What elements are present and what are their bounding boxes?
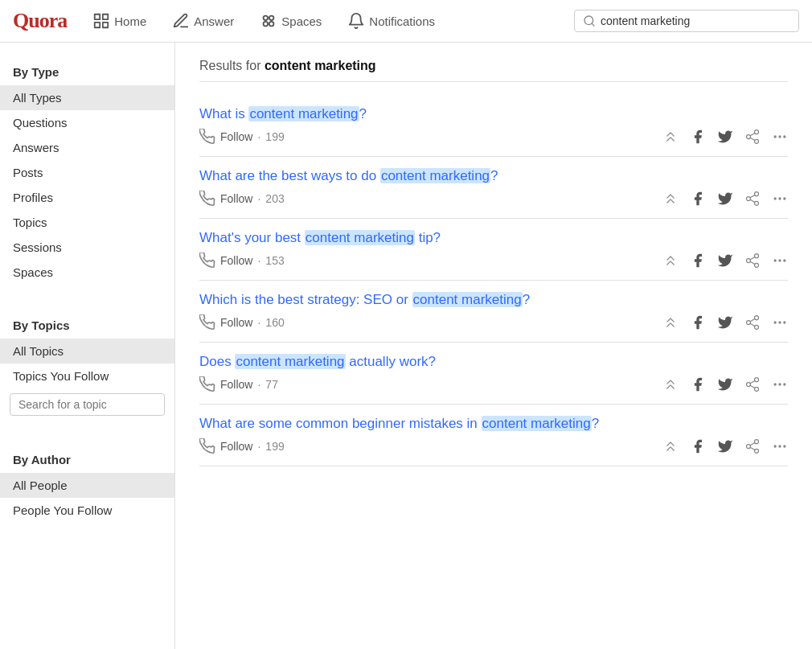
result-title-6[interactable]: What are some common beginner mistakes i… bbox=[199, 416, 599, 432]
more-btn-5[interactable] bbox=[772, 376, 788, 392]
facebook-btn-6[interactable] bbox=[690, 438, 706, 454]
share-btn-5[interactable] bbox=[744, 376, 761, 392]
sidebar-item-all-topics[interactable]: All Topics bbox=[0, 339, 174, 364]
result-item: What's your best content marketing tip? … bbox=[199, 219, 788, 281]
follow-label-6[interactable]: Follow bbox=[220, 440, 252, 453]
downvote-btn-2[interactable] bbox=[662, 191, 679, 207]
follow-dot-4: · bbox=[257, 316, 260, 329]
svg-rect-2 bbox=[103, 23, 108, 27]
sidebar: By Type All Types Questions Answers Post… bbox=[0, 43, 175, 649]
follow-label-4[interactable]: Follow bbox=[220, 316, 252, 329]
nav-home-label: Home bbox=[114, 14, 146, 28]
svg-point-24 bbox=[778, 197, 781, 199]
result-actions-2: Follow · 203 bbox=[199, 191, 788, 207]
bell-icon bbox=[347, 12, 365, 30]
follow-dot-3: · bbox=[257, 254, 260, 267]
downvote-btn-6[interactable] bbox=[662, 438, 679, 454]
twitter-btn-4[interactable] bbox=[717, 314, 733, 331]
share-btn-6[interactable] bbox=[744, 438, 761, 454]
result-title-3[interactable]: What's your best content marketing tip? bbox=[199, 230, 441, 246]
more-btn-2[interactable] bbox=[772, 191, 788, 207]
results-query: content marketing bbox=[265, 59, 376, 72]
svg-line-46 bbox=[750, 380, 755, 383]
more-btn-4[interactable] bbox=[772, 314, 788, 331]
result-title-2[interactable]: What are the best ways to do content mar… bbox=[199, 168, 498, 184]
search-bar[interactable] bbox=[574, 10, 799, 32]
svg-point-36 bbox=[755, 325, 759, 329]
svg-line-53 bbox=[750, 447, 755, 450]
more-btn-1[interactable] bbox=[772, 129, 788, 145]
share-btn-2[interactable] bbox=[744, 191, 761, 207]
sidebar-item-all-people[interactable]: All People bbox=[0, 473, 174, 498]
nav-home[interactable]: Home bbox=[83, 7, 156, 35]
twitter-btn-5[interactable] bbox=[717, 376, 733, 392]
more-btn-6[interactable] bbox=[772, 438, 788, 454]
sidebar-item-sessions[interactable]: Sessions bbox=[0, 235, 174, 260]
result-title-5[interactable]: Does content marketing actually work? bbox=[199, 354, 436, 370]
follow-count-5: 77 bbox=[265, 378, 278, 391]
svg-point-50 bbox=[755, 440, 759, 444]
follow-dot-1: · bbox=[257, 130, 260, 143]
sidebar-item-people-you-follow[interactable]: People You Follow bbox=[0, 498, 174, 523]
svg-point-12 bbox=[755, 139, 759, 143]
result-actions-4: Follow · 160 bbox=[199, 314, 788, 331]
svg-point-44 bbox=[755, 387, 759, 391]
nav-notifications[interactable]: Notifications bbox=[338, 7, 445, 35]
svg-point-4 bbox=[264, 16, 269, 20]
twitter-btn-3[interactable] bbox=[717, 253, 733, 269]
sidebar-item-topics-you-follow[interactable]: Topics You Follow bbox=[0, 364, 174, 388]
follow-label-5[interactable]: Follow bbox=[220, 378, 252, 391]
sidebar-item-topics[interactable]: Topics bbox=[0, 210, 174, 235]
share-icons-6 bbox=[662, 438, 788, 454]
nav-spaces[interactable]: Spaces bbox=[250, 7, 331, 35]
result-title-4[interactable]: Which is the best strategy: SEO or conte… bbox=[199, 292, 530, 308]
follow-row-1: Follow · 199 bbox=[199, 129, 285, 145]
sidebar-item-all-types[interactable]: All Types bbox=[0, 85, 174, 110]
facebook-btn-1[interactable] bbox=[690, 129, 706, 145]
svg-point-16 bbox=[778, 135, 781, 138]
sidebar-item-answers[interactable]: Answers bbox=[0, 135, 174, 160]
answer-icon bbox=[172, 12, 190, 30]
share-btn-1[interactable] bbox=[744, 129, 761, 145]
facebook-btn-3[interactable] bbox=[690, 253, 706, 269]
search-input[interactable] bbox=[601, 14, 790, 27]
topic-search-input[interactable] bbox=[10, 393, 165, 416]
sidebar-item-posts[interactable]: Posts bbox=[0, 160, 174, 185]
follow-icon-2 bbox=[199, 191, 215, 207]
more-btn-3[interactable] bbox=[772, 253, 788, 269]
facebook-btn-4[interactable] bbox=[690, 314, 706, 331]
facebook-btn-5[interactable] bbox=[690, 376, 706, 392]
logo[interactable]: Quora bbox=[13, 9, 67, 33]
sidebar-item-profiles[interactable]: Profiles bbox=[0, 185, 174, 210]
twitter-btn-2[interactable] bbox=[717, 191, 733, 207]
follow-label-2[interactable]: Follow bbox=[220, 192, 252, 205]
follow-label-3[interactable]: Follow bbox=[220, 254, 252, 267]
svg-point-52 bbox=[755, 449, 759, 453]
svg-rect-3 bbox=[95, 23, 100, 27]
downvote-btn-3[interactable] bbox=[662, 253, 679, 269]
follow-dot-6: · bbox=[257, 440, 260, 453]
svg-point-49 bbox=[783, 383, 785, 385]
downvote-btn-4[interactable] bbox=[662, 314, 679, 331]
downvote-btn-5[interactable] bbox=[662, 376, 679, 392]
follow-row-5: Follow · 77 bbox=[199, 376, 278, 392]
nav-answer[interactable]: Answer bbox=[162, 7, 244, 35]
share-btn-3[interactable] bbox=[744, 253, 761, 269]
share-btn-4[interactable] bbox=[744, 314, 761, 331]
divider-2 bbox=[0, 429, 174, 437]
facebook-btn-2[interactable] bbox=[690, 191, 706, 207]
twitter-btn-1[interactable] bbox=[717, 129, 733, 145]
share-icons-1 bbox=[662, 129, 788, 145]
follow-icon-5 bbox=[199, 376, 215, 392]
follow-row-3: Follow · 153 bbox=[199, 253, 285, 269]
svg-point-51 bbox=[747, 445, 751, 449]
result-item: What are the best ways to do content mar… bbox=[199, 157, 788, 219]
follow-label-1[interactable]: Follow bbox=[220, 130, 252, 143]
follow-count-2: 203 bbox=[265, 192, 284, 205]
downvote-btn-1[interactable] bbox=[662, 129, 679, 145]
result-title-1[interactable]: What is content marketing? bbox=[199, 106, 367, 122]
twitter-btn-6[interactable] bbox=[717, 438, 733, 454]
sidebar-item-spaces[interactable]: Spaces bbox=[0, 260, 174, 285]
follow-row-2: Follow · 203 bbox=[199, 191, 285, 207]
sidebar-item-questions[interactable]: Questions bbox=[0, 110, 174, 135]
